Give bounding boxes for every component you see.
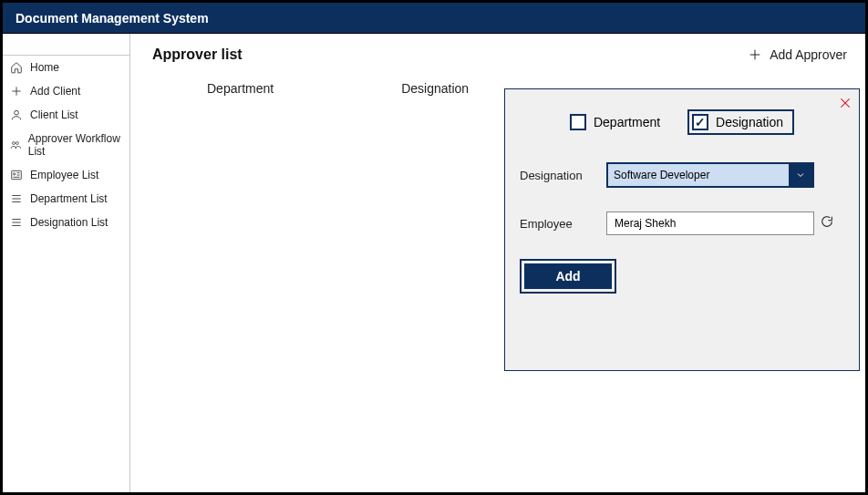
sidebar-item-approver-workflow[interactable]: Approver Workflow List (3, 127, 129, 163)
department-checkbox-group[interactable]: Department (570, 114, 660, 130)
employee-label: Employee (520, 217, 606, 231)
designation-checkbox-group[interactable]: Designation (687, 109, 794, 135)
department-checkbox[interactable] (570, 114, 586, 130)
sidebar-item-department-list[interactable]: Department List (3, 187, 129, 211)
sidebar-label: Add Client (30, 85, 80, 98)
svg-point-7 (16, 142, 18, 145)
chevron-down-icon (795, 170, 806, 180)
sidebar: Home Add Client Client List Approver Wor… (3, 34, 130, 492)
home-icon (10, 61, 23, 74)
hamburger-menu[interactable] (3, 34, 129, 56)
designation-input[interactable] (608, 164, 789, 186)
svg-point-9 (14, 173, 16, 175)
title-row: Approver list Add Approver (152, 46, 847, 63)
sidebar-label: Department List (30, 192, 108, 205)
sidebar-label: Designation List (30, 216, 108, 229)
people-icon (10, 139, 21, 151)
department-checkbox-label: Department (594, 115, 660, 129)
main-layout: Home Add Client Client List Approver Wor… (3, 34, 865, 492)
refresh-icon (820, 214, 834, 229)
add-button[interactable]: Add (524, 263, 612, 289)
designation-label: Designation (520, 169, 606, 182)
sidebar-item-employee-list[interactable]: Employee List (3, 163, 129, 187)
page-title: Approver list (152, 46, 243, 63)
designation-dropdown-button[interactable] (789, 164, 812, 186)
person-icon (10, 108, 23, 121)
lines-icon (10, 192, 23, 205)
idlist-icon (10, 169, 23, 181)
svg-point-6 (12, 142, 15, 145)
svg-point-5 (15, 110, 19, 115)
refresh-button[interactable] (820, 214, 834, 232)
lines-icon (10, 216, 23, 229)
designation-select[interactable] (606, 162, 814, 188)
add-approver-panel: Department Designation Designation Emplo… (504, 88, 860, 371)
col-designation: Designation (401, 81, 469, 96)
add-button-wrap: Add (520, 259, 616, 294)
sidebar-item-designation-list[interactable]: Designation List (3, 211, 129, 234)
employee-row: Employee (520, 211, 844, 235)
svg-rect-8 (12, 170, 22, 179)
sidebar-item-client-list[interactable]: Client List (3, 103, 129, 127)
app-title-bar: Document Management System (3, 3, 865, 34)
employee-input[interactable] (606, 211, 814, 235)
col-department: Department (207, 81, 274, 96)
designation-checkbox-label: Designation (716, 115, 783, 129)
sidebar-label: Employee List (30, 169, 98, 181)
add-approver-button[interactable]: Add Approver (748, 47, 847, 62)
plus-icon (10, 85, 23, 98)
designation-row: Designation (520, 162, 844, 188)
designation-checkbox[interactable] (692, 114, 708, 130)
sidebar-label: Client List (30, 108, 78, 121)
sidebar-label: Home (30, 61, 59, 74)
sidebar-label: Approver Workflow List (28, 132, 122, 158)
type-selector-row: Department Designation (520, 109, 844, 135)
add-approver-label: Add Approver (770, 47, 847, 62)
main-content: Approver list Add Approver Department De… (130, 34, 865, 492)
close-icon (839, 97, 852, 109)
plus-icon (748, 47, 762, 62)
close-button[interactable] (839, 97, 852, 113)
